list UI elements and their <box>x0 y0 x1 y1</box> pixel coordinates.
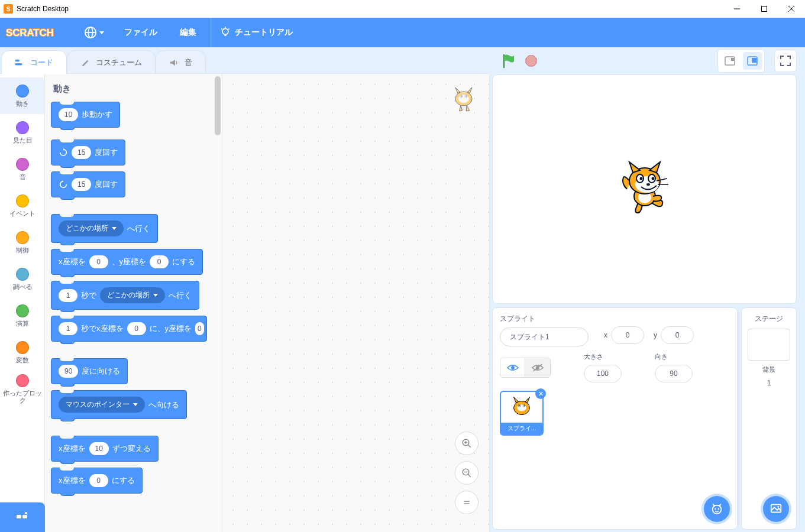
svg-point-48 <box>646 183 650 186</box>
equals-icon <box>463 498 471 507</box>
app-icon: S <box>4 4 13 14</box>
category-制御[interactable]: 制御 <box>0 224 45 261</box>
hide-sprite-button[interactable] <box>525 358 550 377</box>
y-input[interactable]: 0 <box>195 322 204 335</box>
plus-magnify-icon <box>461 438 472 449</box>
tab-sounds[interactable]: 音 <box>156 50 206 74</box>
language-menu[interactable] <box>78 18 110 47</box>
block-turn-ccw[interactable]: 15 度回す <box>51 171 125 197</box>
category-label: 見た目 <box>13 137 33 144</box>
window-close-button[interactable] <box>778 0 805 18</box>
direction-input[interactable]: 90 <box>59 365 78 378</box>
svg-point-61 <box>715 508 716 510</box>
block-point-towards[interactable]: マウスのポインター へ向ける <box>51 390 187 419</box>
image-icon <box>770 502 783 515</box>
secs-input[interactable]: 1 <box>59 322 77 335</box>
zoom-reset-button[interactable] <box>455 491 479 514</box>
y-input[interactable]: 0 <box>150 255 169 268</box>
block-goto-xy[interactable]: x座標を 0 、y座標を 0 にする <box>51 249 203 275</box>
add-extension-button[interactable] <box>0 502 45 532</box>
x-input[interactable]: 0 <box>89 255 108 268</box>
code-workspace[interactable] <box>222 74 489 532</box>
x-input[interactable]: 0 <box>89 474 108 487</box>
window-title: Scratch Desktop <box>17 5 69 13</box>
point-target-dropdown[interactable]: マウスのポインター <box>59 397 145 413</box>
blocks-palette[interactable]: 動き 10 歩動かす 15 度回す 15 度回す <box>45 74 222 532</box>
category-動き[interactable]: 動き <box>0 77 45 114</box>
window-maximize-button[interactable] <box>751 0 778 18</box>
backdrop-thumbnail[interactable] <box>748 329 790 361</box>
sprite-size-input[interactable]: 100 <box>584 365 622 382</box>
svg-point-58 <box>519 405 520 406</box>
edit-menu[interactable]: 編集 <box>172 18 205 47</box>
glide-target-dropdown[interactable]: どこかの場所 <box>100 287 165 303</box>
scratch-logo[interactable]: SCRATCH <box>6 24 72 41</box>
sprite-panel-title: スプライト <box>500 314 589 324</box>
green-flag-button[interactable] <box>500 53 517 69</box>
block-set-x[interactable]: x座標を 0 にする <box>51 468 143 494</box>
stage[interactable] <box>492 74 797 304</box>
delete-sprite-button[interactable]: ✕ <box>535 388 546 399</box>
svg-point-19 <box>461 96 463 97</box>
category-変数[interactable]: 変数 <box>0 334 45 371</box>
svg-line-26 <box>468 474 471 477</box>
tab-code[interactable]: コード <box>1 50 67 74</box>
sprite-x-input[interactable]: 0 <box>611 326 644 344</box>
size-label: 大きさ <box>584 352 603 361</box>
block-change-x[interactable]: x座標を 10 ずつ変える <box>51 436 159 462</box>
stage-large-button[interactable] <box>743 52 762 70</box>
block-turn-cw[interactable]: 15 度回す <box>51 140 125 166</box>
chevron-down-icon <box>153 294 158 297</box>
category-dot-icon <box>16 158 29 171</box>
block-goto-menu[interactable]: どこかの場所 へ行く <box>51 214 158 243</box>
eye-icon <box>507 364 519 372</box>
svg-line-11 <box>221 28 222 29</box>
minus-magnify-icon <box>461 468 472 478</box>
steps-input[interactable]: 10 <box>59 108 78 121</box>
file-menu[interactable]: ファイル <box>116 18 166 47</box>
category-音[interactable]: 音 <box>0 151 45 187</box>
dx-input[interactable]: 10 <box>89 442 109 455</box>
degrees-input[interactable]: 15 <box>72 178 91 191</box>
degrees-input[interactable]: 15 <box>72 146 91 159</box>
sprite-thumb-label: スプライ... <box>501 423 542 434</box>
x-input[interactable]: 0 <box>127 322 146 335</box>
sprite-thumbnail[interactable]: ✕ スプライ... <box>500 391 544 436</box>
window-minimize-button[interactable] <box>723 0 751 18</box>
category-イベント[interactable]: イベント <box>0 187 45 224</box>
fullscreen-button[interactable] <box>774 50 797 72</box>
tab-costumes[interactable]: コスチューム <box>67 50 156 74</box>
add-backdrop-button[interactable] <box>763 496 789 522</box>
category-見た目[interactable]: 見た目 <box>0 114 45 151</box>
category-演算[interactable]: 演算 <box>0 297 45 334</box>
y-label: y <box>654 331 657 339</box>
block-move-steps[interactable]: 10 歩動かす <box>51 102 120 128</box>
green-flag-icon <box>502 54 515 68</box>
show-sprite-button[interactable] <box>500 358 525 377</box>
block-point-direction[interactable]: 90 度に向ける <box>51 358 128 384</box>
secs-input[interactable]: 1 <box>59 289 77 302</box>
svg-rect-14 <box>15 63 22 65</box>
workspace-sprite-watermark <box>449 85 479 114</box>
zoom-in-button[interactable] <box>455 432 479 455</box>
svg-point-20 <box>466 96 467 97</box>
category-dot-icon <box>16 85 29 98</box>
palette-scrollbar[interactable] <box>215 76 221 135</box>
category-作ったブロック[interactable]: 作ったブロック <box>0 371 45 407</box>
sprite-name-input[interactable] <box>500 327 589 346</box>
add-sprite-button[interactable] <box>704 496 730 522</box>
tutorials-button[interactable]: チュートリアル <box>211 18 301 47</box>
category-調べる[interactable]: 調べる <box>0 261 45 297</box>
stop-button[interactable] <box>523 53 539 69</box>
sprite-y-input[interactable]: 0 <box>661 326 694 344</box>
stage-cat-sprite[interactable] <box>615 160 674 219</box>
block-glide-to[interactable]: 1 秒で どこかの場所 へ行く <box>51 281 199 310</box>
sprite-direction-input[interactable]: 90 <box>655 365 693 382</box>
stage-small-button[interactable] <box>720 52 739 70</box>
goto-target-dropdown[interactable]: どこかの場所 <box>59 220 124 236</box>
block-glide-to-xy[interactable]: 1 秒でx座標を 0 に、y座標を 0 <box>51 316 207 342</box>
chevron-down-icon <box>133 403 138 406</box>
category-dot-icon <box>16 121 29 134</box>
zoom-out-button[interactable] <box>455 461 479 485</box>
category-dot-icon <box>16 374 29 387</box>
